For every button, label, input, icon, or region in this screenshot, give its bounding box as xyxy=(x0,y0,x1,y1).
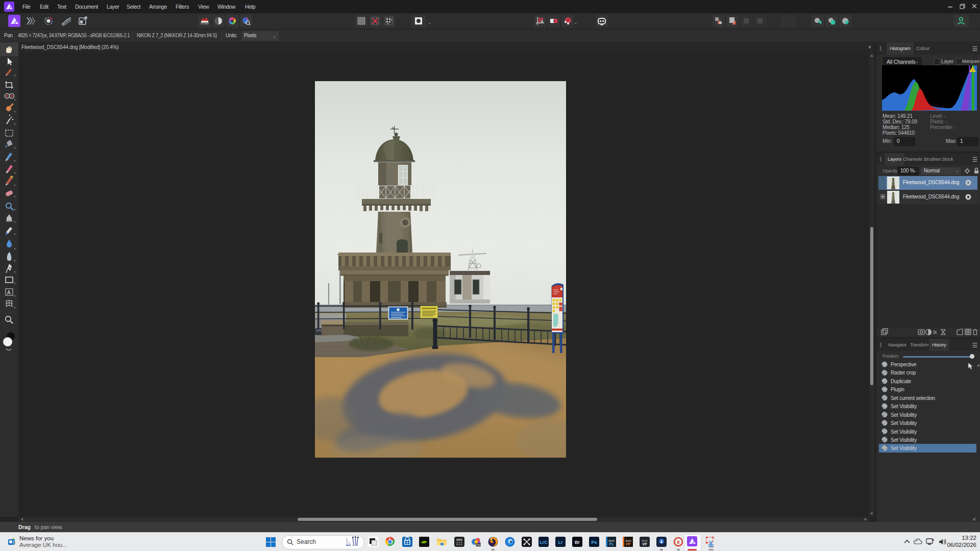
svg-text:Br: Br xyxy=(575,540,580,545)
svg-text:A: A xyxy=(7,290,11,295)
svg-text:PL: PL xyxy=(609,542,615,546)
svg-text:VP: VP xyxy=(642,542,647,546)
svg-text:Ps: Ps xyxy=(591,540,597,545)
svg-text:FP: FP xyxy=(626,542,631,546)
svg-text:LrC: LrC xyxy=(540,540,548,545)
svg-text:Lr: Lr xyxy=(558,540,563,545)
svg-text:!: ! xyxy=(972,68,973,72)
svg-text:e: e xyxy=(677,539,680,545)
svg-text:M365: M365 xyxy=(475,544,481,546)
svg-text:fx: fx xyxy=(933,330,938,335)
